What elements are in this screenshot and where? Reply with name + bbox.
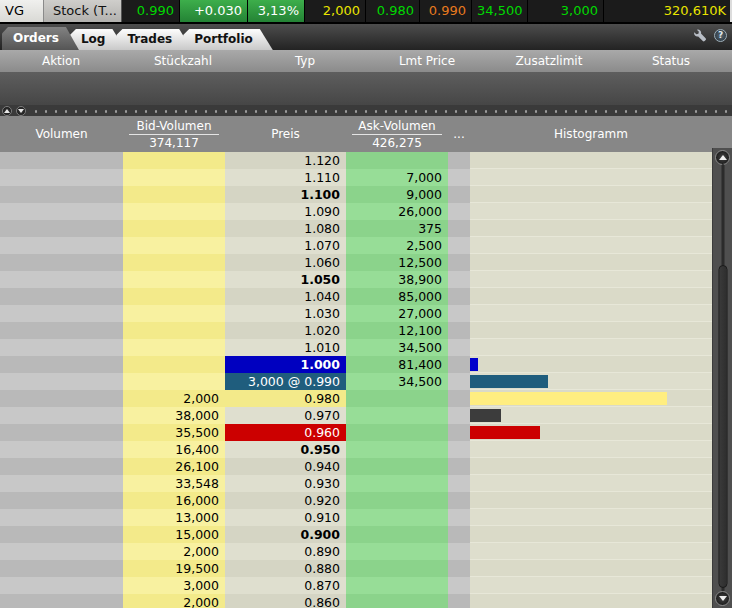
bid-volume-cell[interactable]: 33,548 <box>123 475 225 492</box>
ask-volume-cell[interactable]: 7,000 <box>346 169 448 186</box>
volume-cell[interactable] <box>0 475 123 492</box>
volume-cell[interactable] <box>0 577 123 594</box>
bid-volume-cell[interactable]: 15,000 <box>123 526 225 543</box>
ask-volume-cell[interactable] <box>346 509 448 526</box>
volume-cell[interactable] <box>0 254 123 271</box>
price-cell[interactable]: 1.080 <box>225 220 346 237</box>
ask-volume-cell[interactable] <box>346 594 448 608</box>
wrench-icon[interactable] <box>694 29 707 42</box>
volume-cell[interactable] <box>0 390 123 407</box>
volume-cell[interactable] <box>0 509 123 526</box>
price-cell[interactable]: 1.070 <box>225 237 346 254</box>
price-cell[interactable]: 0.960 <box>225 424 346 441</box>
volume-cell[interactable] <box>0 526 123 543</box>
bid-volume-cell[interactable] <box>123 169 225 186</box>
ask-volume-cell[interactable]: 26,000 <box>346 203 448 220</box>
bid-volume-cell[interactable] <box>123 220 225 237</box>
bid-volume-cell[interactable]: 35,500 <box>123 424 225 441</box>
bid-volume-cell[interactable]: 2,000 <box>123 390 225 407</box>
volume-cell[interactable] <box>0 322 123 339</box>
orders-column-header[interactable]: Stückzahl <box>122 50 244 72</box>
orders-column-header[interactable]: Aktion <box>0 50 122 72</box>
bid-volume-cell[interactable] <box>123 339 225 356</box>
volume-column-header[interactable]: Volumen <box>0 116 123 152</box>
ask-volume-cell[interactable] <box>346 560 448 577</box>
splitter-collapse-up-button[interactable] <box>2 106 12 116</box>
bid-volume-cell[interactable]: 19,500 <box>123 560 225 577</box>
bid-volume-cell[interactable] <box>123 305 225 322</box>
volume-cell[interactable] <box>0 543 123 560</box>
price-cell[interactable]: 0.910 <box>225 509 346 526</box>
help-icon[interactable]: ? <box>714 29 727 42</box>
tab-orders[interactable]: Orders <box>2 27 79 50</box>
bid-column-header[interactable]: Bid-Volumen 374,117 <box>123 116 225 152</box>
ask-volume-cell[interactable] <box>346 390 448 407</box>
ask-volume-cell[interactable] <box>346 475 448 492</box>
tab-portfolio[interactable]: Portfolio <box>183 29 273 50</box>
price-cell[interactable]: 1.050 <box>225 271 346 288</box>
orders-column-header[interactable]: Typ <box>244 50 366 72</box>
panel-splitter[interactable] <box>0 105 732 116</box>
bid-volume-cell[interactable] <box>123 373 225 390</box>
price-cell[interactable]: 1.120 <box>225 152 346 169</box>
scroll-down-button[interactable] <box>715 591 730 606</box>
volume-cell[interactable] <box>0 560 123 577</box>
price-column-header[interactable]: Preis <box>225 116 346 152</box>
volume-cell[interactable] <box>0 407 123 424</box>
price-cell[interactable]: 1.030 <box>225 305 346 322</box>
ask-volume-cell[interactable]: 38,900 <box>346 271 448 288</box>
price-cell[interactable]: 1.060 <box>225 254 346 271</box>
ask-volume-cell[interactable] <box>346 441 448 458</box>
tab-log[interactable]: Log <box>70 29 125 50</box>
volume-cell[interactable] <box>0 594 123 608</box>
bid-volume-cell[interactable]: 13,000 <box>123 509 225 526</box>
ask-volume-cell[interactable]: 12,100 <box>346 322 448 339</box>
ask-volume-cell[interactable]: 2,500 <box>346 237 448 254</box>
volume-cell[interactable] <box>0 203 123 220</box>
price-cell[interactable]: 1.020 <box>225 322 346 339</box>
ask-volume-cell[interactable] <box>346 526 448 543</box>
ask-volume-cell[interactable] <box>346 424 448 441</box>
vertical-scrollbar[interactable] <box>712 148 732 608</box>
orders-column-header[interactable]: Lmt Price <box>366 50 488 72</box>
ask-volume-cell[interactable]: 81,400 <box>346 356 448 373</box>
volume-cell[interactable] <box>0 288 123 305</box>
price-cell[interactable]: 0.900 <box>225 526 346 543</box>
bid-volume-cell[interactable] <box>123 288 225 305</box>
bid-volume-cell[interactable] <box>123 356 225 373</box>
more-column-header[interactable]: ... <box>448 116 470 152</box>
bid-volume-cell[interactable]: 26,100 <box>123 458 225 475</box>
price-cell[interactable]: 1.040 <box>225 288 346 305</box>
ask-volume-cell[interactable]: 375 <box>346 220 448 237</box>
volume-cell[interactable] <box>0 424 123 441</box>
bid-volume-cell[interactable]: 16,000 <box>123 492 225 509</box>
volume-cell[interactable] <box>0 152 123 169</box>
ask-volume-cell[interactable]: 34,500 <box>346 373 448 390</box>
volume-cell[interactable] <box>0 356 123 373</box>
ask-volume-cell[interactable] <box>346 543 448 560</box>
price-cell[interactable]: 1.000 <box>225 356 346 373</box>
bid-volume-cell[interactable] <box>123 254 225 271</box>
volume-cell[interactable] <box>0 458 123 475</box>
volume-cell[interactable] <box>0 305 123 322</box>
volume-cell[interactable] <box>0 441 123 458</box>
volume-cell[interactable] <box>0 271 123 288</box>
price-cell[interactable]: 0.890 <box>225 543 346 560</box>
bid-volume-cell[interactable] <box>123 237 225 254</box>
bid-volume-cell[interactable] <box>123 203 225 220</box>
orders-column-header[interactable]: Status <box>610 50 732 72</box>
volume-cell[interactable] <box>0 220 123 237</box>
volume-cell[interactable] <box>0 186 123 203</box>
volume-cell[interactable] <box>0 169 123 186</box>
ask-volume-cell[interactable] <box>346 492 448 509</box>
price-cell[interactable]: 1.010 <box>225 339 346 356</box>
scrollbar-thumb[interactable] <box>718 265 727 588</box>
price-cell[interactable]: 3,000 @ 0.990 <box>225 373 346 390</box>
price-cell[interactable]: 1.100 <box>225 186 346 203</box>
bid-volume-cell[interactable]: 38,000 <box>123 407 225 424</box>
bid-volume-cell[interactable] <box>123 186 225 203</box>
ask-volume-cell[interactable]: 27,000 <box>346 305 448 322</box>
tab-trades[interactable]: Trades <box>116 29 192 50</box>
splitter-grip-dots[interactable] <box>31 105 730 116</box>
price-cell[interactable]: 1.110 <box>225 169 346 186</box>
